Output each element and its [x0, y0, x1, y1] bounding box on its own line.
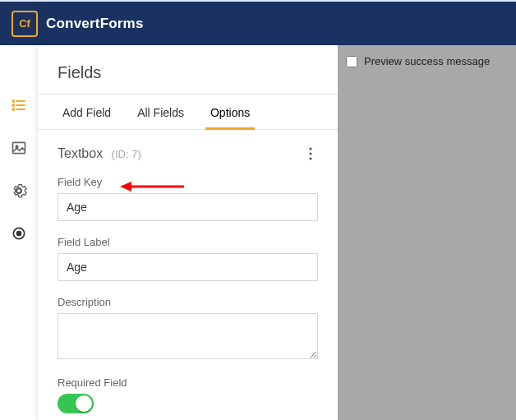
- panel-title: Fields: [38, 45, 338, 94]
- field-key-group: Field Key: [58, 176, 318, 221]
- section-header: Textbox (ID: 7): [58, 146, 318, 161]
- description-label: Description: [58, 296, 318, 308]
- tab-add-field[interactable]: Add Field: [49, 95, 124, 129]
- image-icon[interactable]: [10, 139, 28, 157]
- required-toggle[interactable]: [58, 394, 94, 413]
- field-id-label: (ID: 7): [112, 148, 141, 160]
- preview-area: Preview success message: [338, 45, 516, 420]
- app-header: Cf ConvertForms: [0, 0, 516, 45]
- description-group: Description: [58, 296, 318, 362]
- section-type: Textbox (ID: 7): [58, 146, 141, 161]
- tab-options[interactable]: Options: [197, 95, 263, 129]
- field-key-input[interactable]: [58, 193, 318, 221]
- logo-icon: Cf: [12, 11, 38, 37]
- svg-point-3: [13, 100, 15, 102]
- preview-checkbox[interactable]: [346, 56, 357, 67]
- description-input[interactable]: [58, 313, 318, 359]
- field-label-label: Field Label: [58, 236, 318, 248]
- svg-point-10: [17, 232, 21, 236]
- panel-body: Textbox (ID: 7) Field Key Field Label: [38, 130, 338, 420]
- more-menu-icon[interactable]: [303, 146, 318, 161]
- svg-point-12: [309, 152, 311, 155]
- toggle-knob: [76, 395, 92, 412]
- field-key-label: Field Key: [58, 176, 318, 188]
- required-group: Required Field: [58, 376, 318, 413]
- required-label: Required Field: [58, 376, 318, 389]
- tab-all-fields[interactable]: All Fields: [124, 95, 197, 129]
- preview-checkbox-label: Preview success message: [364, 55, 490, 67]
- svg-point-5: [13, 108, 15, 110]
- list-icon[interactable]: [10, 96, 28, 114]
- tabs: Add Field All Fields Options: [38, 94, 338, 130]
- fields-panel: Fields Add Field All Fields Options Text…: [38, 45, 338, 420]
- svg-point-11: [309, 147, 311, 150]
- left-rail: [0, 45, 38, 420]
- svg-point-4: [13, 104, 15, 106]
- target-icon[interactable]: [10, 224, 28, 242]
- svg-point-13: [309, 157, 311, 159]
- field-type-label: Textbox: [58, 146, 103, 160]
- gear-icon[interactable]: [10, 182, 28, 200]
- field-label-group: Field Label: [58, 236, 318, 281]
- logo-text: Cf: [19, 17, 30, 30]
- brand-name: ConvertForms: [46, 16, 144, 32]
- field-label-input[interactable]: [58, 253, 318, 281]
- svg-point-8: [17, 189, 21, 193]
- preview-checkbox-row[interactable]: Preview success message: [346, 55, 508, 67]
- main-layout: Fields Add Field All Fields Options Text…: [0, 45, 516, 420]
